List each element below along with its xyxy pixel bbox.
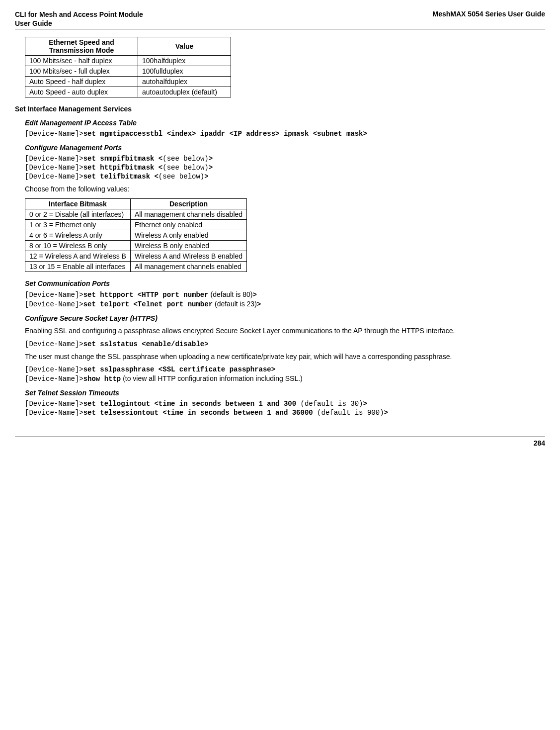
ssl-para2: The user must change the SSL passphrase …: [25, 352, 545, 362]
page-number: 284: [534, 439, 545, 447]
cmd-plain: (to view all HTTP configuration informat…: [121, 374, 302, 382]
table-cell: 8 or 10 = Wireless B only: [25, 240, 131, 251]
prompt: [Device-Name]>: [25, 155, 83, 163]
table-header-cell: Interface Bitmask: [25, 198, 131, 209]
cmd-bold: >: [257, 300, 261, 308]
prompt: [Device-Name]>: [25, 300, 83, 308]
ssl-para1: Enabling SSL and configuring a passphras…: [25, 326, 545, 336]
table-cell: 0 or 2 = Disable (all interfaces): [25, 209, 131, 219]
table-header-cell: Value: [138, 37, 231, 56]
header-left-line1: CLI for Mesh and Access Point Module: [15, 10, 143, 18]
prompt: [Device-Name]>: [25, 400, 83, 408]
section-set-interface-mgmt: Set Interface Management Services: [15, 105, 545, 113]
header-left: CLI for Mesh and Access Point Module Use…: [15, 10, 143, 28]
cmd-line: [Device-Name]>set snmpifbitmask <(see be…: [25, 155, 545, 163]
table-cell: 1 or 3 = Ethernet only: [25, 219, 131, 230]
table-cell: Auto Speed - half duplex: [25, 77, 138, 87]
cmd-plain: (see below): [162, 164, 208, 172]
table-row: 12 = Wireless A and Wireless BWireless A…: [25, 251, 247, 261]
page-footer: 284: [15, 437, 545, 447]
table-cell: autoautoduplex (default): [138, 87, 231, 97]
cmd-bold: set snmpifbitmask <: [83, 155, 163, 163]
table-header-row: Ethernet Speed and Transmission Mode Val…: [25, 37, 231, 56]
cmd-bold: >: [252, 291, 256, 299]
page-header: CLI for Mesh and Access Point Module Use…: [15, 10, 545, 29]
cmd-bold: >: [209, 164, 213, 172]
prompt: [Device-Name]>: [25, 375, 83, 383]
cmd-bold: >: [209, 155, 213, 163]
table-cell: Wireless A only enabled: [130, 230, 246, 240]
prompt: [Device-Name]>: [25, 409, 83, 417]
table-header-cell: Ethernet Speed and Transmission Mode: [25, 37, 138, 56]
table-row: Auto Speed - half duplexautohalfduplex: [25, 77, 231, 87]
cmd-line: [Device-Name]>set httpport <HTTP port nu…: [25, 290, 545, 299]
table-row: 1 or 3 = Ethernet onlyEthernet only enab…: [25, 219, 247, 230]
cmd-bold: >: [384, 409, 388, 417]
table-cell: 100fullduplex: [138, 66, 231, 77]
cmd: set mgmtipaccesstbl <index> ipaddr <IP a…: [83, 130, 367, 138]
table-row: 100 Mbits/sec - half duplex100halfduplex: [25, 56, 231, 66]
config-ssl-title: Configure Secure Socket Layer (HTTPS): [25, 314, 545, 322]
table-cell: Auto Speed - auto duplex: [25, 87, 138, 97]
cmd-bold: set telport <Telnet port number: [83, 300, 213, 308]
interface-bitmask-table: Interface Bitmask Description 0 or 2 = D…: [25, 198, 247, 272]
cmd-line: [Device-Name]>set sslpassphrase <SSL cer…: [25, 365, 545, 373]
cmd-bold: >: [204, 173, 208, 181]
table-row: 13 or 15 = Enable all interfacesAll mana…: [25, 261, 247, 272]
table-cell: All management channels disabled: [130, 209, 246, 219]
table-header-row: Interface Bitmask Description: [25, 198, 247, 209]
table-row: 4 or 6 = Wireless A onlyWireless A only …: [25, 230, 247, 240]
cmd-line: [Device-Name]>set mgmtipaccesstbl <index…: [25, 130, 545, 138]
table-cell: Wireless A and Wireless B enabled: [130, 251, 246, 261]
cmd: set sslstatus <enable/disable>: [83, 340, 209, 348]
cmd-bold: >: [363, 400, 367, 408]
table-row: 100 Mbits/sec - full duplex100fullduplex: [25, 66, 231, 77]
header-right: MeshMAX 5054 Series User Guide: [433, 10, 545, 28]
cmd-line: [Device-Name]>set telifbitmask <(see bel…: [25, 173, 545, 181]
cmd-line: [Device-Name]>set telsessiontout <time i…: [25, 409, 545, 417]
prompt: [Device-Name]>: [25, 173, 83, 181]
table-cell: 12 = Wireless A and Wireless B: [25, 251, 131, 261]
cmd-line: [Device-Name]>set telport <Telnet port n…: [25, 300, 545, 308]
choose-values-text: Choose from the following values:: [25, 184, 545, 194]
cmd-line: [Device-Name]>set sslstatus <enable/disa…: [25, 340, 545, 348]
prompt: [Device-Name]>: [25, 340, 83, 348]
cmd-plain: (default is 80): [209, 290, 253, 298]
cmd-line: [Device-Name]>show http (to view all HTT…: [25, 374, 545, 383]
prompt: [Device-Name]>: [25, 164, 83, 172]
table-cell: 100halfduplex: [138, 56, 231, 66]
table-cell: All management channels enabled: [130, 261, 246, 272]
table-cell: autohalfduplex: [138, 77, 231, 87]
table-row: Auto Speed - auto duplexautoautoduplex (…: [25, 87, 231, 97]
table-cell: 13 or 15 = Enable all interfaces: [25, 261, 131, 272]
table-cell: 100 Mbits/sec - half duplex: [25, 56, 138, 66]
table-cell: 100 Mbits/sec - full duplex: [25, 66, 138, 77]
table-header-cell: Description: [130, 198, 246, 209]
set-telnet-timeouts-title: Set Telnet Session Timeouts: [25, 389, 545, 397]
cmd-bold: set tellogintout <time in seconds betwee…: [83, 400, 301, 408]
header-left-line2: User Guide: [15, 19, 52, 27]
cmd-plain: (default is 23): [213, 300, 257, 308]
edit-mgmt-ip-title: Edit Management IP Access Table: [25, 119, 545, 127]
cmd-bold: set httpifbitmask <: [83, 164, 163, 172]
ethernet-speed-table: Ethernet Speed and Transmission Mode Val…: [25, 37, 231, 97]
cmd-bold: set telifbitmask <: [83, 173, 159, 181]
table-cell: 4 or 6 = Wireless A only: [25, 230, 131, 240]
table-row: 0 or 2 = Disable (all interfaces)All man…: [25, 209, 247, 219]
cmd-plain: (default is 30): [301, 400, 363, 408]
cmd-bold: set telsessiontout <time in seconds betw…: [83, 409, 317, 417]
prompt: [Device-Name]>: [25, 365, 83, 373]
table-row: 8 or 10 = Wireless B onlyWireless B only…: [25, 240, 247, 251]
cmd: show http: [83, 375, 121, 383]
table-cell: Ethernet only enabled: [130, 219, 246, 230]
cmd-plain: (see below): [159, 173, 204, 181]
table-cell: Wireless B only enabled: [130, 240, 246, 251]
prompt: [Device-Name]>: [25, 291, 83, 299]
set-comm-ports-title: Set Communication Ports: [25, 279, 545, 287]
cmd-plain: (default is 900): [317, 409, 384, 417]
cmd-plain: (see below): [162, 155, 208, 163]
cmd-line: [Device-Name]>set tellogintout <time in …: [25, 400, 545, 408]
cmd-line: [Device-Name]>set httpifbitmask <(see be…: [25, 164, 545, 172]
config-mgmt-ports-title: Configure Management Ports: [25, 144, 545, 152]
prompt: [Device-Name]>: [25, 130, 83, 138]
